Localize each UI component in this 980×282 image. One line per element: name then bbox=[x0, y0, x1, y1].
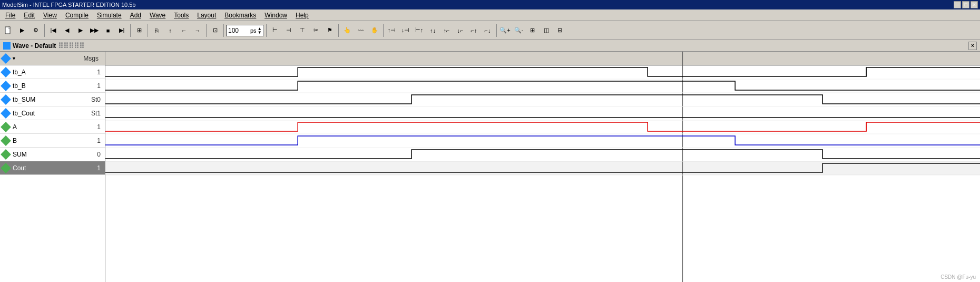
menu-tools[interactable]: Tools bbox=[171, 11, 192, 20]
tb-meas1-btn[interactable]: ⊢ bbox=[269, 24, 281, 37]
signal-icon bbox=[1, 135, 11, 146]
signal-icon bbox=[1, 122, 11, 132]
signal-name: A bbox=[13, 123, 87, 131]
wave-panel-label: Wave - Default bbox=[13, 42, 56, 50]
tb-zoom-out-btn[interactable]: 🔍- bbox=[513, 24, 525, 37]
wave-panel-close[interactable]: × bbox=[968, 42, 977, 50]
tb-zoom-full-btn[interactable]: ⊞ bbox=[526, 24, 539, 37]
signal-row[interactable]: Cout1 bbox=[0, 161, 105, 175]
tb-meas3-btn[interactable]: ⊤ bbox=[296, 24, 309, 37]
signal-row[interactable]: A1 bbox=[0, 120, 105, 134]
close-button[interactable]: ✕ bbox=[971, 1, 978, 8]
menu-edit[interactable]: Edit bbox=[21, 11, 38, 20]
tb-cursor1-btn[interactable]: 👆 bbox=[341, 24, 354, 37]
signal-icon bbox=[1, 81, 11, 91]
signal-row[interactable]: tb_CoutSt1 bbox=[0, 106, 105, 120]
watermark: CSDN @Fu-yu bbox=[940, 274, 976, 280]
sep7 bbox=[338, 24, 339, 37]
tb-settings-btn[interactable]: ⚙ bbox=[30, 24, 42, 37]
tb-run-btn[interactable]: ▶ bbox=[16, 24, 28, 37]
signal-name: B bbox=[13, 137, 87, 144]
menu-bookmarks[interactable]: Bookmarks bbox=[221, 11, 259, 20]
sep8 bbox=[383, 24, 384, 37]
signal-icon bbox=[1, 94, 11, 105]
signal-value: 1 bbox=[87, 164, 103, 172]
signal-name: tb_SUM bbox=[13, 96, 87, 103]
tb-edge3-btn[interactable]: ⊢↑ bbox=[413, 24, 426, 37]
tb-up-btn[interactable]: ↑ bbox=[164, 24, 177, 37]
tb-skip-btn[interactable]: ▶▶ bbox=[88, 24, 101, 37]
time-input-group[interactable]: 100 ps ▲▼ bbox=[226, 25, 264, 36]
tb-edge8-btn[interactable]: ⌐↓ bbox=[482, 24, 494, 37]
tb-prev-btn[interactable]: ◀ bbox=[61, 24, 73, 37]
signal-name: SUM bbox=[13, 151, 87, 158]
menu-add[interactable]: Add bbox=[127, 11, 144, 20]
sep5 bbox=[223, 24, 224, 37]
signal-value: 1 bbox=[87, 69, 103, 76]
signal-row[interactable]: tb_A1 bbox=[0, 65, 105, 79]
signal-row[interactable]: tb_B1 bbox=[0, 79, 105, 93]
tb-next-btn[interactable]: ▶ bbox=[74, 24, 87, 37]
title-text: ModelSim - INTEL FPGA STARTER EDITION 10… bbox=[2, 2, 135, 8]
msgs-label: Msgs bbox=[83, 55, 103, 62]
signal-row[interactable]: SUM0 bbox=[0, 148, 105, 161]
maximize-button[interactable]: □ bbox=[962, 1, 969, 8]
signal-panel: ▼ Msgs tb_A1tb_B1tb_SUMSt0tb_CoutSt1A1B1… bbox=[0, 52, 105, 282]
waveform-area[interactable]: CSDN @Fu-yu bbox=[105, 52, 980, 282]
menu-file[interactable]: File bbox=[2, 11, 18, 20]
tb-edge1-btn[interactable]: ↑⊣ bbox=[386, 24, 398, 37]
signal-row[interactable]: B1 bbox=[0, 134, 105, 148]
tb-stop-btn[interactable]: ■ bbox=[102, 24, 114, 37]
tb-edge6-btn[interactable]: ↓⌐ bbox=[454, 24, 467, 37]
wave-panel-title: Wave - Default ⠿⠿⠿⠿⠿ × bbox=[0, 40, 980, 52]
signal-name: Cout bbox=[13, 164, 87, 172]
tb-new-btn[interactable] bbox=[2, 24, 15, 37]
tb-fwd-btn[interactable]: → bbox=[191, 24, 204, 37]
signal-value: 1 bbox=[87, 123, 103, 131]
panel-grip: ⠿⠿⠿⠿⠿ bbox=[58, 42, 84, 50]
menu-simulate[interactable]: Simulate bbox=[94, 11, 125, 20]
tb-meas5-btn[interactable]: ⚑ bbox=[324, 24, 336, 37]
tb-copy-btn[interactable]: ⎘ bbox=[150, 24, 163, 37]
signal-icon bbox=[1, 67, 11, 77]
menu-window[interactable]: Window bbox=[261, 11, 290, 20]
signal-name: tb_Cout bbox=[13, 110, 87, 117]
signal-value: 0 bbox=[87, 151, 103, 158]
tb-meas2-btn[interactable]: ⊣ bbox=[282, 24, 295, 37]
signal-icon bbox=[1, 163, 11, 173]
signal-icon bbox=[1, 108, 11, 119]
tb-edge4-btn[interactable]: ↑↓ bbox=[427, 24, 439, 37]
tb-hand-btn[interactable]: ✋ bbox=[368, 24, 381, 37]
tb-edge7-btn[interactable]: ⌐↑ bbox=[468, 24, 481, 37]
signal-icon bbox=[1, 149, 11, 160]
signal-row[interactable]: tb_SUMSt0 bbox=[0, 93, 105, 106]
tb-fit-btn[interactable]: ⊡ bbox=[209, 24, 221, 37]
tb-zoom-in-btn[interactable]: 🔍+ bbox=[499, 24, 512, 37]
header-icon bbox=[1, 53, 11, 64]
tb-zoom-out2-btn[interactable]: ⊟ bbox=[554, 24, 566, 37]
minimize-button[interactable]: ─ bbox=[954, 1, 961, 8]
tb-zoom-in2-btn[interactable]: ◫ bbox=[540, 24, 553, 37]
time-spinup[interactable]: ▲▼ bbox=[258, 27, 262, 34]
header-dropdown-arrow[interactable]: ▼ bbox=[12, 56, 16, 61]
tb-wave-btn[interactable]: 〰 bbox=[355, 24, 367, 37]
tb-meas4-btn[interactable]: ✂ bbox=[310, 24, 322, 37]
wave-main: ▼ Msgs tb_A1tb_B1tb_SUMSt0tb_CoutSt1A1B1… bbox=[0, 52, 980, 282]
menu-help[interactable]: Help bbox=[292, 11, 312, 20]
signal-value: 1 bbox=[87, 82, 103, 90]
time-input[interactable]: 100 bbox=[228, 27, 249, 34]
tb-edge2-btn[interactable]: ↓⊣ bbox=[399, 24, 412, 37]
menu-view[interactable]: View bbox=[40, 11, 60, 20]
menu-layout[interactable]: Layout bbox=[194, 11, 219, 20]
tb-skipx-btn[interactable]: ▶| bbox=[115, 24, 128, 37]
tb-grid-btn[interactable]: ⊞ bbox=[133, 24, 145, 37]
tb-edge5-btn[interactable]: ↑⌐ bbox=[440, 24, 453, 37]
menu-bar: File Edit View Compile Simulate Add Wave… bbox=[0, 9, 980, 21]
tb-back-btn[interactable]: ← bbox=[178, 24, 190, 37]
sep3 bbox=[148, 24, 148, 37]
sep6 bbox=[266, 24, 267, 37]
menu-wave[interactable]: Wave bbox=[146, 11, 169, 20]
title-bar: ModelSim - INTEL FPGA STARTER EDITION 10… bbox=[0, 0, 980, 9]
menu-compile[interactable]: Compile bbox=[62, 11, 92, 20]
tb-first-btn[interactable]: |◀ bbox=[47, 24, 60, 37]
